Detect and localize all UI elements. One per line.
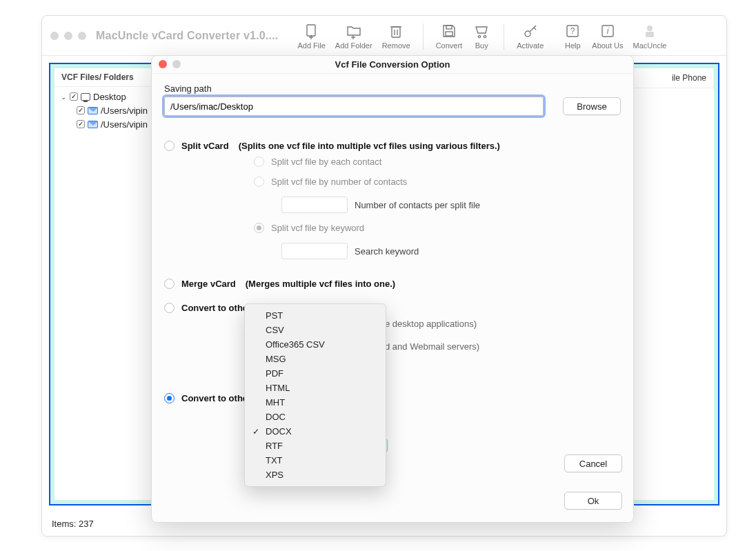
merge-vcard-radio[interactable]: [164, 279, 175, 289]
split-keyword-radio[interactable]: [254, 223, 264, 233]
dropdown-item-label: MSG: [266, 354, 286, 364]
add-folder-button[interactable]: Add Folder: [335, 22, 372, 50]
dropdown-item-label: HTML: [266, 383, 290, 393]
split-vcard-group: Split vCard (Splits one vcf file into mu…: [164, 141, 621, 259]
zoom-window-icon[interactable]: [78, 32, 86, 40]
dropdown-item[interactable]: MSG: [245, 352, 386, 366]
conversion-options-dialog: Vcf File Conversion Option Saving path B…: [151, 55, 634, 523]
split-vcard-radio[interactable]: [164, 141, 175, 151]
dropdown-item[interactable]: ✓DOCX: [245, 424, 386, 439]
close-window-icon[interactable]: [50, 32, 59, 40]
checkbox[interactable]: ✓: [70, 92, 78, 101]
dropdown-item-label: CSV: [266, 325, 284, 335]
brand-button[interactable]: MacUncle: [633, 22, 667, 50]
dropdown-item[interactable]: PST: [245, 308, 386, 323]
dropdown-item[interactable]: XPS: [245, 468, 386, 482]
svg-rect-0: [307, 25, 315, 36]
dropdown-item-label: Office365 CSV: [266, 339, 325, 350]
dropdown-item[interactable]: TXT: [245, 453, 386, 468]
dropdown-item-label: TXT: [266, 455, 283, 465]
minimize-window-icon[interactable]: [64, 32, 72, 40]
format-dropdown[interactable]: PSTCSVOffice365 CSVMSGPDFHTMLMHTDOC✓DOCX…: [244, 303, 386, 487]
dropdown-item[interactable]: RTF: [245, 439, 386, 453]
svg-rect-5: [392, 27, 400, 37]
convert-other-label-2: Convert to othe: [181, 393, 248, 403]
convert-label: Convert: [436, 41, 463, 50]
convert-button[interactable]: Convert: [436, 22, 463, 50]
convert-other-radio-1[interactable]: [164, 303, 175, 313]
dialog-body: Saving path Browse Split vCard (Splits o…: [152, 74, 633, 522]
brand-label: MacUncle: [633, 41, 667, 50]
check-icon: ✓: [252, 427, 260, 437]
tree-root-label: Desktop: [93, 92, 126, 102]
dropdown-item-label: DOC: [266, 412, 286, 422]
dropdown-item-label: MHT: [266, 397, 285, 408]
svg-rect-10: [446, 32, 452, 36]
checkbox[interactable]: ✓: [77, 120, 85, 128]
brand-icon: [640, 22, 659, 40]
checkbox[interactable]: ✓: [77, 106, 85, 114]
dropdown-item-label: RTF: [266, 441, 283, 451]
about-button[interactable]: i About Us: [592, 22, 623, 50]
window-traffic-lights[interactable]: [50, 32, 86, 40]
chevron-down-icon[interactable]: ⌄: [60, 93, 67, 101]
add-file-button[interactable]: Add File: [297, 22, 325, 50]
dropdown-item[interactable]: Office365 CSV: [245, 337, 386, 352]
key-icon: [521, 22, 540, 40]
svg-rect-9: [446, 26, 452, 29]
split-each-radio[interactable]: [254, 157, 264, 167]
merge-vcard-label: Merge vCard: [181, 279, 236, 289]
buy-label: Buy: [475, 41, 488, 50]
cancel-button[interactable]: Cancel: [564, 454, 622, 472]
split-vcard-desc: (Splits one vcf file into multiple vcf f…: [239, 141, 500, 151]
browse-button[interactable]: Browse: [563, 97, 621, 115]
contacts-per-file-label: Number of contacts per split file: [355, 200, 480, 210]
dropdown-item[interactable]: DOC: [245, 410, 386, 424]
dropdown-item-label: PST: [266, 310, 283, 321]
dropdown-item[interactable]: CSV: [245, 323, 386, 337]
contacts-per-file-input[interactable]: [281, 197, 348, 213]
remove-label: Remove: [382, 41, 410, 50]
items-label: Items:: [52, 519, 76, 529]
search-keyword-input[interactable]: [281, 243, 348, 259]
saving-path-input[interactable]: [164, 97, 544, 116]
svg-line-15: [534, 28, 536, 30]
convert-other-label-1: Convert to othe: [181, 303, 248, 313]
saving-path-label: Saving path: [164, 83, 621, 94]
titlebar: MacUncle vCard Converter v1.0.... Add Fi…: [42, 16, 726, 56]
convert-other-radio-2[interactable]: [164, 393, 175, 403]
split-number-radio[interactable]: [254, 177, 264, 187]
help-button[interactable]: ? Help: [563, 22, 582, 50]
tree-item-label: /Users/vipin: [101, 106, 148, 116]
dialog-traffic-lights[interactable]: [159, 60, 181, 68]
split-each-label: Split vcf file by each contact: [271, 157, 381, 167]
close-dialog-icon[interactable]: [159, 60, 167, 68]
convert-other-desc-b: d and Webmail servers): [385, 341, 621, 352]
about-label: About Us: [592, 41, 623, 50]
info-icon: i: [598, 22, 617, 40]
svg-point-20: [647, 26, 653, 31]
ok-button[interactable]: Ok: [564, 492, 622, 510]
help-icon: ?: [563, 22, 582, 40]
svg-text:?: ?: [570, 26, 575, 36]
save-icon: [439, 22, 459, 40]
desktop-icon: [81, 93, 90, 101]
svg-point-13: [525, 31, 530, 37]
status-bar: Items: 237: [52, 519, 94, 529]
svg-point-11: [479, 35, 481, 37]
dropdown-item[interactable]: PDF: [245, 366, 386, 381]
tree-item-label: /Users/vipin: [101, 119, 148, 130]
merge-vcard-desc: (Merges multiple vcf files into one.): [246, 279, 395, 289]
items-count: 237: [79, 519, 94, 529]
svg-text:i: i: [607, 26, 609, 36]
convert-other-group-2: Convert to othe: [164, 393, 621, 403]
buy-button[interactable]: Buy: [472, 22, 491, 50]
dropdown-item[interactable]: MHT: [245, 395, 386, 410]
activate-button[interactable]: Activate: [517, 22, 544, 50]
dropdown-item[interactable]: HTML: [245, 381, 386, 395]
split-number-label: Split vcf file by number of contacts: [271, 177, 407, 187]
add-file-label: Add File: [297, 41, 325, 50]
dialog-titlebar: Vcf File Conversion Option: [152, 56, 633, 74]
dialog-footer: Cancel Ok: [564, 454, 622, 510]
remove-button[interactable]: Remove: [382, 22, 410, 50]
